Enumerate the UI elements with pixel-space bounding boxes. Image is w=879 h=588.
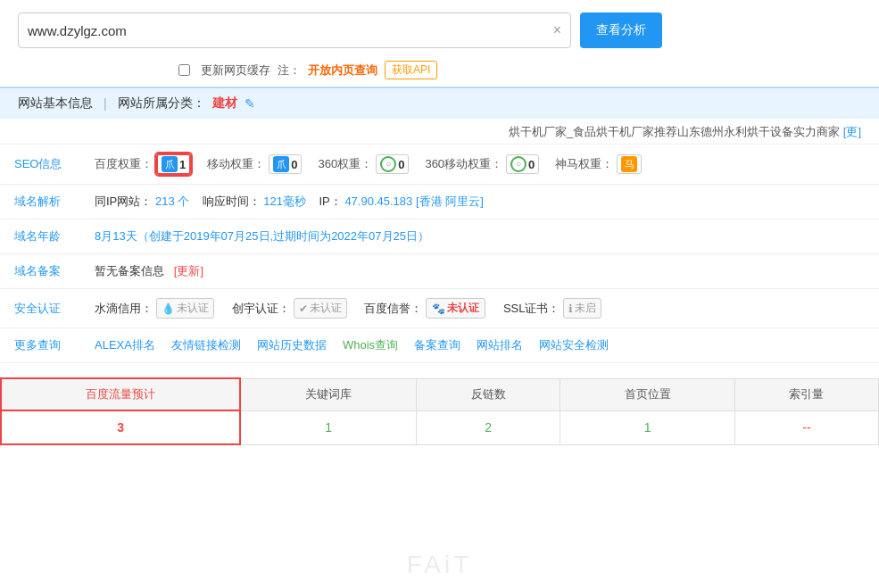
same-ip-link[interactable]: 213 个 xyxy=(155,195,189,208)
360-mobile-weight-badge: ○ 0 xyxy=(506,154,539,174)
edit-icon[interactable]: ✎ xyxy=(245,96,255,111)
cache-row: 更新网页缓存 注： 开放内页查询 获取API xyxy=(0,57,879,87)
baidu-weight-badge: 爪 1 xyxy=(156,153,191,175)
360-mobile-circle-icon: ○ xyxy=(510,156,527,172)
domain-age-label: 域名年龄 xyxy=(0,219,80,254)
shuidi-icon: 💧 xyxy=(162,302,175,315)
360-mobile-weight-item: 360移动权重： ○ 0 xyxy=(425,154,539,174)
open-inner-query-link[interactable]: 开放内页查询 xyxy=(308,62,377,79)
chuangyu-label: 创宇认证： xyxy=(232,301,290,317)
chuangyu-badge: ✔ 未认证 xyxy=(294,298,347,319)
seo-value-cell: 百度权重： 爪 1 移动权重： 爪 0 360权 xyxy=(80,145,879,185)
get-api-button[interactable]: 获取API xyxy=(385,61,437,79)
history-link[interactable]: 网站历史数据 xyxy=(257,337,327,353)
baidu-paw-icon: 爪 xyxy=(162,156,178,172)
data-table: 百度流量预计 关键词库 反链数 首页位置 索引量 3 1 2 1 -- xyxy=(0,377,879,445)
domain-parse-row: 域名解析 同IP网站： 213 个 响应时间： 121毫秒 IP： 47.90.… xyxy=(0,185,879,219)
domain-age-value-cell: 8月13天（创建于2019年07月25日,过期时间为2022年07月25日） xyxy=(80,219,879,254)
security-label: 安全认证 xyxy=(0,289,80,328)
360-weight-label: 360权重： xyxy=(318,156,372,172)
more-label: 更多查询 xyxy=(0,328,80,363)
seo-row: SEO信息 百度权重： 爪 1 移动权重： 爪 0 xyxy=(0,145,879,185)
response-val[interactable]: 121毫秒 xyxy=(263,195,306,208)
ssl-badge: ℹ 未启 xyxy=(563,298,601,319)
ssl-icon: ℹ xyxy=(568,302,573,315)
no-record-text: 暂无备案信息 xyxy=(95,264,164,277)
mobile-weight-badge: 爪 0 xyxy=(269,154,302,174)
mobile-weight-label: 移动权重： xyxy=(207,156,265,172)
search-bar: × 查看分析 xyxy=(0,0,879,57)
info-table: SEO信息 百度权重： 爪 1 移动权重： 爪 0 xyxy=(0,145,879,363)
domain-record-value-cell: 暂无备案信息 [更新] xyxy=(80,254,879,289)
shuidi-status: 未认证 xyxy=(177,301,209,316)
watermark: FAiT xyxy=(407,551,473,579)
baidu-weight-item: 百度权重： 爪 1 xyxy=(95,153,191,175)
domain-age-text[interactable]: 8月13天（创建于2019年07月25日,过期时间为2022年07月25日） xyxy=(95,229,429,243)
domain-record-label: 域名备案 xyxy=(0,254,80,289)
more-links-cell: ALEXA排名 友情链接检测 网站历史数据 Whois查询 备案查询 网站排名 … xyxy=(80,328,879,363)
chuangyu-icon: ✔ xyxy=(299,302,308,315)
ssl-item: SSL证书： ℹ 未启 xyxy=(503,298,602,319)
chuangyu-item: 创宇认证： ✔ 未认证 xyxy=(232,298,347,319)
header-index: 索引量 xyxy=(734,378,878,410)
val-keywords: 1 xyxy=(240,410,416,444)
more-links-row: 更多查询 ALEXA排名 友情链接检测 网站历史数据 Whois查询 备案查询 … xyxy=(0,328,879,363)
cache-checkbox[interactable] xyxy=(178,64,190,76)
header-homepage-pos: 首页位置 xyxy=(560,378,735,410)
friendship-link[interactable]: 友情链接检测 xyxy=(171,337,241,353)
cache-label: 更新网页缓存 xyxy=(201,62,270,79)
pipe-divider: | xyxy=(104,96,107,111)
security-check-link[interactable]: 网站安全检测 xyxy=(539,337,609,353)
site-title-row: 烘干机厂家_食品烘干机厂家推荐山东德州永利烘干设备实力商家 [更] xyxy=(0,119,879,145)
val-backlinks: 2 xyxy=(417,410,560,444)
shenma-weight-badge: 马 xyxy=(617,154,642,174)
analyze-button[interactable]: 查看分析 xyxy=(580,12,662,48)
ip-label: IP： xyxy=(319,195,341,208)
section-header: 网站基本信息 | 网站所属分类： 建材 ✎ xyxy=(0,87,879,119)
site-title-text: 烘干机厂家_食品烘干机厂家推荐山东德州永利烘干设备实力商家 xyxy=(509,125,840,138)
baidu-credit-label: 百度信誉： xyxy=(364,301,422,317)
ip-location[interactable]: [香港 阿里云] xyxy=(416,195,484,208)
header-traffic: 百度流量预计 xyxy=(1,378,240,410)
seo-label: SEO信息 xyxy=(0,145,80,185)
alexa-link[interactable]: ALEXA排名 xyxy=(95,337,155,353)
shenma-icon: 马 xyxy=(621,156,637,172)
val-homepage-pos: 1 xyxy=(560,410,735,444)
record-update-link[interactable]: [更新] xyxy=(174,264,203,277)
update-title-link[interactable]: [更] xyxy=(843,125,861,138)
baidu-weight-num: 1 xyxy=(179,158,186,171)
baidu-credit-status: 未认证 xyxy=(447,301,479,316)
rank-link[interactable]: 网站排名 xyxy=(477,337,523,353)
section-title: 网站基本信息 xyxy=(18,95,93,112)
header-keywords: 关键词库 xyxy=(240,378,416,410)
response-label: 响应时间： xyxy=(203,195,261,208)
360-mobile-weight-num: 0 xyxy=(528,158,535,171)
whois-link[interactable]: Whois查询 xyxy=(343,337,398,353)
mobile-weight-num: 0 xyxy=(291,158,297,171)
baidu-credit-item: 百度信誉： 🐾 未认证 xyxy=(364,298,485,319)
main-container: × 查看分析 更新网页缓存 注： 开放内页查询 获取API 网站基本信息 | 网… xyxy=(0,0,879,588)
baidu-credit-badge: 🐾 未认证 xyxy=(426,298,485,319)
cache-note: 注： xyxy=(278,62,301,79)
shuidi-item: 水滴信用： 💧 未认证 xyxy=(95,298,214,319)
domain-age-row: 域名年龄 8月13天（创建于2019年07月25日,过期时间为2022年07月2… xyxy=(0,219,879,254)
360-weight-item: 360权重： ○ 0 xyxy=(318,154,409,174)
mobile-paw-icon: 爪 xyxy=(273,156,289,172)
baidu-weight-label: 百度权重： xyxy=(95,156,153,172)
security-row: 安全认证 水滴信用： 💧 未认证 创宇认证： ✔ 未认证 xyxy=(0,289,879,328)
record-query-link[interactable]: 备案查询 xyxy=(414,337,460,353)
search-input-wrap: × xyxy=(18,12,571,48)
360-circle-icon: ○ xyxy=(380,156,396,172)
clear-icon[interactable]: × xyxy=(553,22,561,38)
chuangyu-status: 未认证 xyxy=(310,301,342,316)
val-traffic: 3 xyxy=(1,410,240,444)
shuidi-label: 水滴信用： xyxy=(95,301,153,317)
shenma-weight-item: 神马权重： 马 xyxy=(555,154,642,174)
360-weight-badge: ○ 0 xyxy=(376,154,409,174)
security-value-cell: 水滴信用： 💧 未认证 创宇认证： ✔ 未认证 百度信誉： xyxy=(80,289,879,328)
domain-record-row: 域名备案 暂无备案信息 [更新] xyxy=(0,254,879,289)
same-ip-label: 同IP网站： xyxy=(95,195,152,208)
baidu-credit-icon: 🐾 xyxy=(432,302,445,315)
search-input[interactable] xyxy=(28,23,548,38)
ip-address[interactable]: 47.90.45.183 xyxy=(344,195,412,208)
